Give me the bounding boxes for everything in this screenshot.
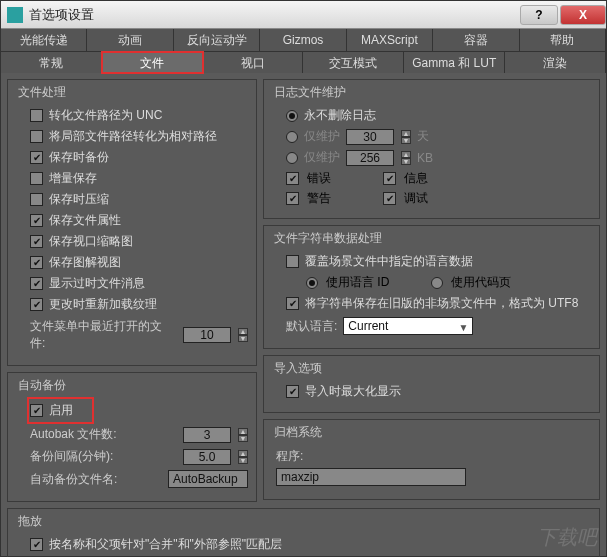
autobak-name-input[interactable]: AutoBackup <box>168 470 248 488</box>
tab-render[interactable]: 渲染 <box>505 52 606 73</box>
log-days-spinner[interactable]: 30 <box>346 129 394 145</box>
file-handling-label-4: 保存时压缩 <box>49 191 109 208</box>
save-utf8-checkbox[interactable] <box>286 297 299 310</box>
file-handling-checkbox-7[interactable] <box>30 256 43 269</box>
recent-files-label: 文件菜单中最近打开的文件: <box>30 318 177 352</box>
log-kb-radio[interactable] <box>286 152 298 164</box>
tab-files[interactable]: 文件 <box>102 52 203 73</box>
file-handling-checkbox-3[interactable] <box>30 172 43 185</box>
file-handling-checkbox-8[interactable] <box>30 277 43 290</box>
file-handling-label-1: 将局部文件路径转化为相对路径 <box>49 128 217 145</box>
archive-program-input[interactable]: maxzip <box>276 468 466 486</box>
use-langid-radio[interactable] <box>306 277 318 289</box>
import-max-label: 导入时最大化显示 <box>305 383 401 400</box>
file-handling-label-8: 显示过时文件消息 <box>49 275 145 292</box>
group-import: 导入选项 导入时最大化显示 <box>263 355 600 413</box>
tab-container[interactable]: 容器 <box>433 29 519 51</box>
autobak-interval-spinner[interactable]: 5.0 <box>183 449 231 465</box>
file-handling-label-6: 保存视口缩略图 <box>49 233 133 250</box>
spin-up-icon[interactable]: ▲ <box>401 151 411 158</box>
archive-program-label: 程序: <box>276 448 303 465</box>
file-handling-label-3: 增量保存 <box>49 170 97 187</box>
file-handling-checkbox-1[interactable] <box>30 130 43 143</box>
file-handling-label-2: 保存时备份 <box>49 149 109 166</box>
group-drag: 拖放 按名称和父项针对"合并"和"外部参照"匹配层 <box>7 508 600 557</box>
tab-gamma[interactable]: Gamma 和 LUT <box>404 52 505 73</box>
file-handling-checkbox-5[interactable] <box>30 214 43 227</box>
log-never-label: 永不删除日志 <box>304 107 376 124</box>
file-handling-label-9: 更改时重新加载纹理 <box>49 296 157 313</box>
spin-down-icon[interactable]: ▼ <box>401 158 411 165</box>
drag-match-label: 按名称和父项针对"合并"和"外部参照"匹配层 <box>49 536 282 553</box>
use-codepage-label: 使用代码页 <box>451 274 511 291</box>
group-title: 日志文件维护 <box>274 84 593 101</box>
autobackup-enable-label: 启用 <box>49 402 73 419</box>
log-kb-label: 仅维护 <box>304 149 340 166</box>
file-handling-checkbox-0[interactable] <box>30 109 43 122</box>
log-info-checkbox[interactable] <box>383 172 396 185</box>
app-icon <box>7 7 23 23</box>
log-warn-checkbox[interactable] <box>286 192 299 205</box>
import-max-checkbox[interactable] <box>286 385 299 398</box>
tab-help[interactable]: 帮助 <box>520 29 606 51</box>
tab-gizmos[interactable]: Gizmos <box>260 29 346 51</box>
group-title: 归档系统 <box>274 424 593 441</box>
group-file-handling: 文件处理 转化文件路径为 UNC将局部文件路径转化为相对路径保存时备份增量保存保… <box>7 79 257 366</box>
close-button[interactable]: X <box>560 5 606 25</box>
spin-down-icon[interactable]: ▼ <box>238 457 248 464</box>
log-error-label: 错误 <box>307 170 331 187</box>
autobak-count-label: Autobak 文件数: <box>30 426 177 443</box>
recent-files-spinner[interactable]: 10 <box>183 327 231 343</box>
file-handling-checkbox-2[interactable] <box>30 151 43 164</box>
log-never-radio[interactable] <box>286 110 298 122</box>
group-archive: 归档系统 程序: maxzip <box>263 419 600 500</box>
spin-up-icon[interactable]: ▲ <box>238 428 248 435</box>
tab-radiosity[interactable]: 光能传递 <box>1 29 87 51</box>
file-handling-checkbox-4[interactable] <box>30 193 43 206</box>
default-lang-label: 默认语言: <box>286 318 337 335</box>
autobackup-enable-checkbox[interactable] <box>30 404 43 417</box>
enable-highlight: 启用 <box>30 400 91 421</box>
file-handling-checkbox-9[interactable] <box>30 298 43 311</box>
group-log: 日志文件维护 永不删除日志 仅维护 30 ▲▼ 天 仅维护 256 ▲▼ <box>263 79 600 219</box>
help-button[interactable]: ? <box>520 5 558 25</box>
autobak-count-spinner[interactable]: 3 <box>183 427 231 443</box>
tab-interaction[interactable]: 交互模式 <box>303 52 404 73</box>
file-handling-label-7: 保存图解视图 <box>49 254 121 271</box>
log-kb-unit: KB <box>417 151 433 165</box>
tab-ik[interactable]: 反向运动学 <box>174 29 260 51</box>
use-langid-label: 使用语言 ID <box>326 274 389 291</box>
drag-match-checkbox[interactable] <box>30 538 43 551</box>
log-info-label: 信息 <box>404 170 428 187</box>
spin-down-icon[interactable]: ▼ <box>238 435 248 442</box>
spin-down-icon[interactable]: ▼ <box>401 137 411 144</box>
group-title: 自动备份 <box>18 377 250 394</box>
use-codepage-radio[interactable] <box>431 277 443 289</box>
tab-animation[interactable]: 动画 <box>87 29 173 51</box>
spin-down-icon[interactable]: ▼ <box>238 335 248 342</box>
tab-maxscript[interactable]: MAXScript <box>347 29 433 51</box>
tab-general[interactable]: 常规 <box>1 52 102 73</box>
file-handling-checkbox-6[interactable] <box>30 235 43 248</box>
group-autobackup: 自动备份 启用 Autobak 文件数: 3 ▲▼ 备份间隔(分钟): 5.0 … <box>7 372 257 502</box>
log-error-checkbox[interactable] <box>286 172 299 185</box>
override-lang-checkbox[interactable] <box>286 255 299 268</box>
log-kb-spinner[interactable]: 256 <box>346 150 394 166</box>
spin-up-icon[interactable]: ▲ <box>238 328 248 335</box>
group-title: 文件处理 <box>18 84 250 101</box>
log-warn-label: 警告 <box>307 190 331 207</box>
autobak-name-label: 自动备份文件名: <box>30 471 162 488</box>
log-days-radio[interactable] <box>286 131 298 143</box>
spin-up-icon[interactable]: ▲ <box>238 450 248 457</box>
log-days-label: 仅维护 <box>304 128 340 145</box>
tab-row-2: 常规 文件 视口 交互模式 Gamma 和 LUT 渲染 <box>1 51 606 73</box>
autobak-interval-label: 备份间隔(分钟): <box>30 448 177 465</box>
tab-viewport[interactable]: 视口 <box>203 52 304 73</box>
log-debug-checkbox[interactable] <box>383 192 396 205</box>
default-lang-select[interactable]: Current <box>343 317 473 335</box>
override-lang-label: 覆盖场景文件中指定的语言数据 <box>305 253 473 270</box>
spin-up-icon[interactable]: ▲ <box>401 130 411 137</box>
group-title: 导入选项 <box>274 360 593 377</box>
save-utf8-label: 将字符串保存在旧版的非场景文件中，格式为 UTF8 <box>305 295 578 312</box>
log-debug-label: 调试 <box>404 190 428 207</box>
